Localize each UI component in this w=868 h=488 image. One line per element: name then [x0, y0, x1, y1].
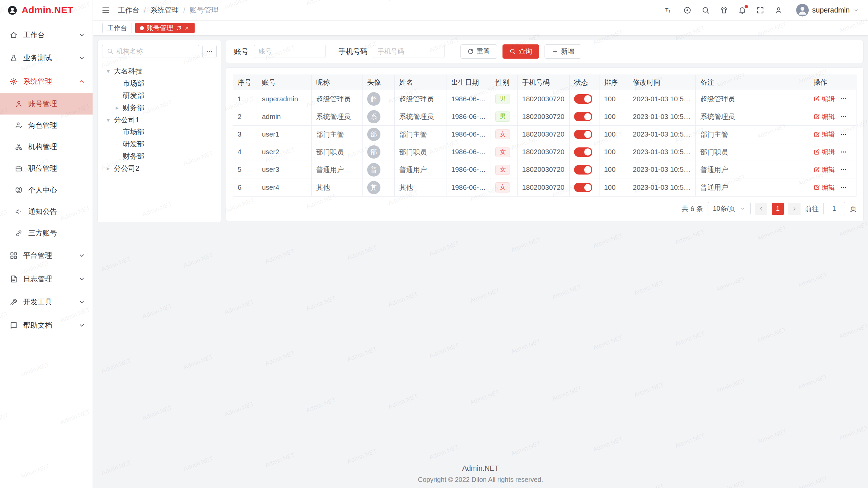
- chevron-up-icon: [78, 77, 86, 85]
- status-toggle[interactable]: [574, 130, 592, 139]
- sidebar-subitem-third-party-account[interactable]: 三方账号: [0, 222, 93, 244]
- edit-button[interactable]: 编辑: [813, 112, 835, 121]
- sidebar-subitem-account-management[interactable]: 账号管理: [0, 93, 93, 115]
- tab-account-management[interactable]: 账号管理: [135, 23, 195, 33]
- logo[interactable]: Admin.NET: [0, 0, 93, 20]
- sidebar-item-log-management[interactable]: 日志管理: [0, 267, 93, 291]
- row-more-button[interactable]: [840, 131, 847, 138]
- cell-order: 100: [599, 90, 628, 108]
- bell-icon[interactable]: [738, 6, 746, 14]
- gender-badge: 男: [495, 94, 510, 104]
- sidebar-item-system-management[interactable]: 系统管理: [0, 70, 93, 93]
- sidebar-item-dev-tools[interactable]: 开发工具: [0, 290, 93, 314]
- tree-node[interactable]: ▸财务部: [102, 102, 217, 114]
- user-menu[interactable]: superadmin: [796, 4, 859, 17]
- edit-button-label: 编辑: [822, 147, 835, 157]
- sidebar-subitem-role-management[interactable]: 角色管理: [0, 115, 93, 136]
- search-icon: [509, 48, 516, 55]
- edit-button[interactable]: 编辑: [813, 147, 835, 157]
- account-filter-input[interactable]: [259, 47, 321, 55]
- breadcrumb-item[interactable]: 系统管理: [150, 5, 179, 15]
- search-icon[interactable]: [702, 6, 710, 14]
- row-more-button[interactable]: [840, 148, 847, 156]
- cell-nickname: 系统管理员: [312, 108, 362, 125]
- row-more-button[interactable]: [840, 184, 847, 191]
- row-more-button[interactable]: [840, 166, 847, 173]
- phone-filter-input[interactable]: [378, 47, 440, 55]
- sidebar-subitem-personal-center[interactable]: 个人中心: [0, 179, 93, 201]
- locale-icon[interactable]: [683, 6, 691, 14]
- cell-nickname: 超级管理员: [312, 90, 362, 108]
- tree-node[interactable]: 研发部: [102, 138, 217, 150]
- edit-button[interactable]: 编辑: [813, 130, 835, 139]
- sidebar-item-workbench[interactable]: 工作台: [0, 23, 93, 47]
- row-more-button[interactable]: [840, 113, 847, 120]
- next-page-button[interactable]: [788, 203, 801, 215]
- phone-filter-box: [373, 45, 445, 58]
- edit-button[interactable]: 编辑: [813, 95, 835, 104]
- cell-name: 系统管理员: [395, 108, 447, 125]
- gender-badge: 女: [495, 129, 510, 140]
- cell-actions: 编辑: [809, 108, 856, 125]
- cell-avatar: 普: [362, 161, 395, 179]
- cell-birthday: 1986-06-28: [447, 90, 491, 108]
- column-header-order: 排序: [599, 75, 628, 90]
- page-size-select[interactable]: 10条/页: [708, 202, 751, 215]
- org-search-input[interactable]: [116, 47, 194, 55]
- sidebar-item-label: 开发工具: [23, 297, 72, 307]
- row-avatar: 其: [367, 181, 380, 194]
- tab-workbench[interactable]: 工作台: [102, 23, 132, 33]
- tree-node[interactable]: 市场部: [102, 77, 217, 89]
- breadcrumb-item[interactable]: 账号管理: [190, 5, 218, 15]
- flask-icon: [9, 54, 18, 62]
- sidebar-item-help-docs[interactable]: 帮助文档: [0, 314, 93, 337]
- cell-nickname: 部门主管: [312, 125, 362, 143]
- tree-node[interactable]: ▾大名科技: [102, 65, 217, 77]
- tree-caret-icon[interactable]: ▾: [104, 67, 112, 75]
- edit-button[interactable]: 编辑: [813, 183, 835, 192]
- row-avatar: 超: [367, 92, 380, 105]
- status-toggle[interactable]: [574, 165, 592, 175]
- sidebar-item-business-test[interactable]: 业务测试: [0, 46, 93, 70]
- reset-button[interactable]: 重置: [460, 44, 497, 59]
- query-button-label: 查询: [519, 47, 532, 56]
- svg-text:T: T: [665, 7, 669, 13]
- prev-page-button[interactable]: [755, 203, 767, 215]
- tree-node[interactable]: 财务部: [102, 150, 217, 162]
- query-button[interactable]: 查询: [502, 44, 539, 59]
- fullscreen-icon[interactable]: [756, 6, 764, 14]
- pagination-total: 共 6 条: [682, 204, 703, 214]
- column-header-account: 账号: [257, 75, 312, 90]
- edit-button[interactable]: 编辑: [813, 165, 835, 174]
- status-toggle[interactable]: [574, 94, 592, 104]
- status-toggle[interactable]: [574, 147, 592, 157]
- status-toggle[interactable]: [574, 183, 592, 192]
- font-size-icon[interactable]: Tt: [665, 6, 673, 14]
- tree-node[interactable]: ▸分公司2: [102, 162, 217, 175]
- tree-caret-icon[interactable]: ▸: [104, 165, 112, 172]
- row-more-button[interactable]: [840, 95, 847, 102]
- user-icon[interactable]: [774, 6, 783, 14]
- breadcrumb-item[interactable]: 工作台: [118, 5, 140, 15]
- org-tree-more-button[interactable]: [202, 45, 217, 58]
- sidebar-item-platform-management[interactable]: 平台管理: [0, 244, 93, 267]
- sidebar-subitem-notice[interactable]: 通知公告: [0, 201, 93, 223]
- tree-node[interactable]: 市场部: [102, 126, 217, 138]
- tree-caret-icon[interactable]: ▸: [113, 104, 121, 111]
- tree-node[interactable]: 研发部: [102, 89, 217, 102]
- chevron-down-icon: [78, 31, 86, 39]
- app-root: Admin.NET 工作台业务测试系统管理账号管理角色管理机构管理职位管理个人中…: [0, 0, 868, 488]
- add-button[interactable]: 新增: [545, 44, 581, 59]
- tree-node[interactable]: ▾分公司1: [102, 114, 217, 126]
- sidebar-subitem-position-management[interactable]: 职位管理: [0, 158, 93, 179]
- sidebar-item-label: 业务测试: [23, 53, 72, 63]
- status-toggle[interactable]: [574, 112, 592, 121]
- goto-page-input[interactable]: [823, 202, 845, 215]
- theme-icon[interactable]: [720, 6, 728, 14]
- page-1-button[interactable]: 1: [772, 203, 784, 215]
- cell-order: 100: [599, 143, 628, 161]
- cell-remark: 系统管理员: [696, 108, 809, 125]
- sidebar-subitem-org-management[interactable]: 机构管理: [0, 136, 93, 158]
- hamburger-icon[interactable]: [102, 6, 110, 14]
- tree-caret-icon[interactable]: ▾: [104, 116, 112, 124]
